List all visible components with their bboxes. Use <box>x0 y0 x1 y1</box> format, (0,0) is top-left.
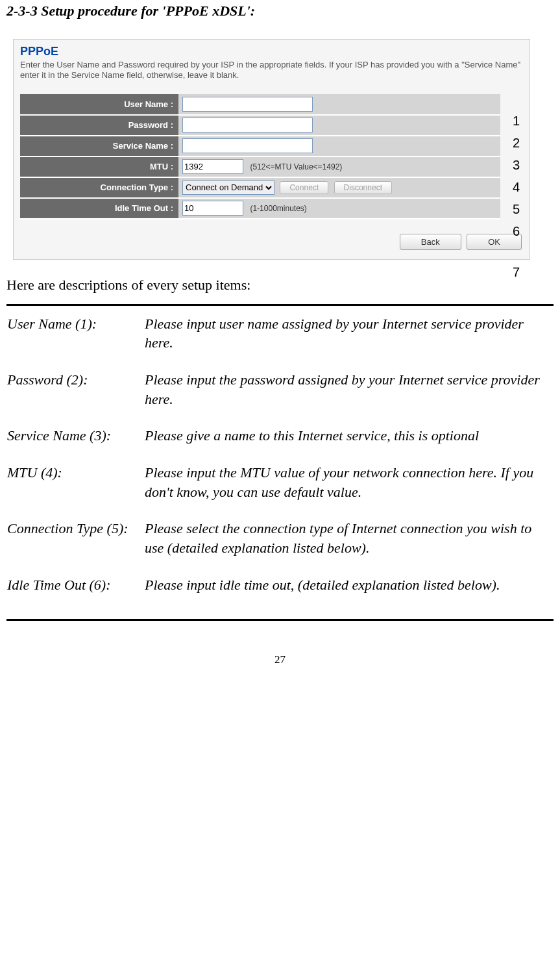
desc-label: Service Name (3): <box>6 425 144 462</box>
annotation-7: 7 <box>513 265 520 280</box>
desc-label: User Name (1): <box>6 314 144 370</box>
section-title: 2-3-3 Setup procedure for 'PPPoE xDSL': <box>6 3 554 19</box>
bottom-buttons: Back OK <box>20 234 523 250</box>
row-servicename: Service Name : <box>20 136 500 157</box>
annotation-6: 6 <box>513 220 520 242</box>
servicename-input[interactable] <box>182 138 313 153</box>
password-label: Password : <box>20 115 178 136</box>
idle-input[interactable] <box>182 201 243 216</box>
desc-row: Idle Time Out (6): Please input idle tim… <box>6 575 554 612</box>
desc-row: Service Name (3): Please give a name to … <box>6 425 554 462</box>
row-conntype: Connection Type : Connect on Demand Conn… <box>20 177 500 198</box>
connect-button[interactable]: Connect <box>280 181 328 194</box>
annotations-column: 1 2 3 4 5 6 <box>513 110 520 242</box>
divider-bottom <box>6 619 554 621</box>
desc-row: User Name (1): Please input user name as… <box>6 314 554 370</box>
annotation-4: 4 <box>513 176 520 198</box>
conntype-label: Connection Type : <box>20 177 178 198</box>
mtu-input[interactable] <box>182 159 243 174</box>
disconnect-button[interactable]: Disconnect <box>334 181 392 194</box>
mtu-hint: (512<=MTU Value<=1492) <box>250 162 342 171</box>
annotation-3: 3 <box>513 154 520 176</box>
conntype-select[interactable]: Connect on Demand <box>182 181 274 195</box>
descriptions-table: User Name (1): Please input user name as… <box>6 314 554 612</box>
desc-label: Connection Type (5): <box>6 518 144 574</box>
form-table: User Name : Password : Service Name : <box>20 94 500 219</box>
desc-row: Connection Type (5): Please select the c… <box>6 518 554 574</box>
desc-text: Please input user name assigned by your … <box>144 314 554 370</box>
row-password: Password : <box>20 115 500 136</box>
username-label: User Name : <box>20 94 178 115</box>
desc-text: Please input the MTU value of your netwo… <box>144 462 554 518</box>
desc-text: Please select the connection type of Int… <box>144 518 554 574</box>
annotation-2: 2 <box>513 132 520 154</box>
servicename-label: Service Name : <box>20 136 178 157</box>
desc-text: Please input the password assigned by yo… <box>144 370 554 425</box>
password-input[interactable] <box>182 118 313 132</box>
row-mtu: MTU : (512<=MTU Value<=1492) <box>20 157 500 177</box>
idle-label: Idle Time Out : <box>20 198 178 219</box>
desc-text: Please give a name to this Internet serv… <box>144 425 554 462</box>
desc-row: Password (2): Please input the password … <box>6 370 554 425</box>
username-input[interactable] <box>182 97 313 112</box>
annotation-1: 1 <box>513 110 520 132</box>
pppoe-screenshot: PPPoE Enter the User Name and Password r… <box>13 39 530 260</box>
desc-text: Please input idle time out, (detailed ex… <box>144 575 554 612</box>
screenshot-container: PPPoE Enter the User Name and Password r… <box>13 39 554 260</box>
pppoe-heading: PPPoE <box>20 45 523 58</box>
idle-hint: (1-1000minutes) <box>250 204 306 213</box>
desc-label: Idle Time Out (6): <box>6 575 144 612</box>
desc-label: MTU (4): <box>6 462 144 518</box>
descriptions-intro: Here are descriptions of every setup ite… <box>6 277 554 294</box>
page-number: 27 <box>6 653 554 666</box>
desc-label: Password (2): <box>6 370 144 425</box>
desc-row: MTU (4): Please input the MTU value of y… <box>6 462 554 518</box>
row-idle: Idle Time Out : (1-1000minutes) <box>20 198 500 219</box>
mtu-label: MTU : <box>20 157 178 177</box>
pppoe-description: Enter the User Name and Password require… <box>20 60 523 81</box>
annotation-5: 5 <box>513 198 520 220</box>
back-button[interactable]: Back <box>400 234 461 250</box>
row-username: User Name : <box>20 94 500 115</box>
divider-top <box>6 304 554 306</box>
